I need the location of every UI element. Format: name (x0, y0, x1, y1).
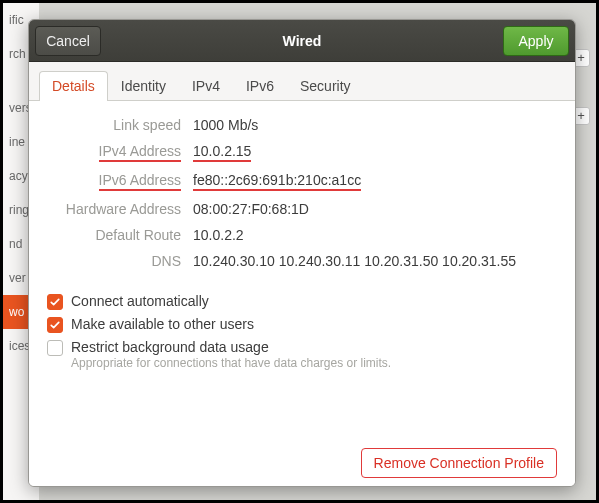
tab-security[interactable]: Security (287, 71, 364, 101)
detail-value: 1000 Mb/s (193, 117, 557, 133)
detail-row: Hardware Address08:00:27:F0:68:1D (47, 201, 557, 217)
detail-value: 10.0.2.15 (193, 143, 557, 162)
dialog-footer: Remove Connection Profile (47, 436, 557, 478)
details-properties: Link speed1000 Mb/sIPv4 Address10.0.2.15… (47, 117, 557, 279)
option-row: Restrict background data usageAppropriat… (47, 339, 557, 370)
details-pane: Link speed1000 Mb/sIPv4 Address10.0.2.15… (29, 101, 575, 486)
tab-details[interactable]: Details (39, 71, 108, 101)
dialog-titlebar: Cancel Wired Apply (29, 20, 575, 62)
option-label: Make available to other users (71, 316, 254, 332)
option-row: Connect automatically (47, 293, 557, 310)
option-label: Restrict background data usage (71, 339, 391, 355)
detail-label: IPv6 Address (47, 172, 181, 191)
checkbox[interactable] (47, 340, 63, 356)
details-options: Connect automaticallyMake available to o… (47, 287, 557, 376)
detail-label: Link speed (47, 117, 181, 133)
detail-row: Link speed1000 Mb/s (47, 117, 557, 133)
detail-label: DNS (47, 253, 181, 269)
option-row: Make available to other users (47, 316, 557, 333)
option-label: Connect automatically (71, 293, 209, 309)
tab-ipv4[interactable]: IPv4 (179, 71, 233, 101)
tab-ipv6[interactable]: IPv6 (233, 71, 287, 101)
detail-value: 08:00:27:F0:68:1D (193, 201, 557, 217)
dialog-title: Wired (101, 33, 503, 49)
apply-button[interactable]: Apply (503, 26, 569, 56)
checkbox[interactable] (47, 294, 63, 310)
tab-strip: DetailsIdentityIPv4IPv6Security (29, 62, 575, 101)
option-subtext: Appropriate for connections that have da… (71, 356, 391, 370)
cancel-button[interactable]: Cancel (35, 26, 101, 56)
detail-value: 10.240.30.10 10.240.30.11 10.20.31.50 10… (193, 253, 557, 269)
network-connection-dialog: Cancel Wired Apply DetailsIdentityIPv4IP… (28, 19, 576, 487)
detail-label: Hardware Address (47, 201, 181, 217)
detail-value: 10.0.2.2 (193, 227, 557, 243)
detail-value: fe80::2c69:691b:210c:a1cc (193, 172, 557, 191)
tab-identity[interactable]: Identity (108, 71, 179, 101)
remove-connection-profile-button[interactable]: Remove Connection Profile (361, 448, 557, 478)
detail-row: DNS10.240.30.10 10.240.30.11 10.20.31.50… (47, 253, 557, 269)
detail-label: IPv4 Address (47, 143, 181, 162)
detail-row: Default Route10.0.2.2 (47, 227, 557, 243)
detail-label: Default Route (47, 227, 181, 243)
checkbox[interactable] (47, 317, 63, 333)
detail-row: IPv4 Address10.0.2.15 (47, 143, 557, 162)
detail-row: IPv6 Addressfe80::2c69:691b:210c:a1cc (47, 172, 557, 191)
